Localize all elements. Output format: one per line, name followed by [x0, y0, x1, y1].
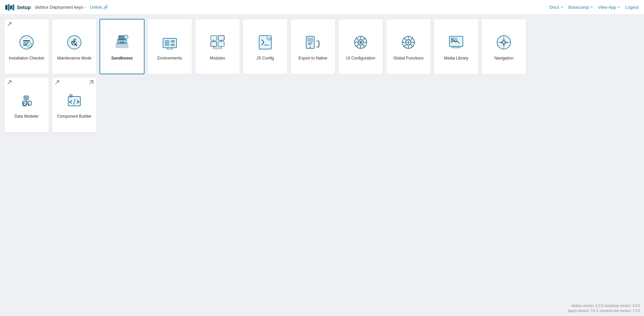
svg-rect-0 [5, 5, 7, 10]
logo-area: Setup [5, 4, 31, 11]
app-header: Setup divblox Deployment keys - Unlink 🔗… [0, 0, 644, 15]
corner-arrow-icon-component-builder [55, 80, 59, 85]
ui-configuration-label: UI Configuration [344, 56, 377, 61]
js-config-icon: JS [255, 32, 275, 52]
unlink-link[interactable]: Unlink 🔗 [90, 5, 108, 10]
svg-rect-18 [171, 44, 175, 46]
logout-button[interactable]: Logout [625, 5, 639, 10]
svg-text:JS: JS [268, 36, 272, 40]
footer-line1: divblox version: 4.2.0; bootstrap versio… [568, 303, 640, 308]
modules-icon [207, 32, 228, 52]
maintenance-mode-icon [64, 32, 84, 52]
media-library-icon [446, 32, 466, 52]
data-modeler-label: Data Modeler [12, 114, 41, 119]
media-library-label: Media Library [442, 56, 471, 61]
environments-label: Environments [155, 56, 184, 61]
svg-rect-19 [211, 36, 217, 40]
tile-component-builder[interactable]: Component Builder [52, 77, 97, 132]
svg-rect-16 [165, 40, 169, 46]
divblox-logo-icon [5, 4, 15, 11]
tile-modules[interactable]: Modules [195, 19, 240, 74]
svg-rect-21 [211, 42, 217, 46]
new-tab-icon-component-builder [89, 80, 94, 85]
svg-rect-42 [24, 96, 29, 100]
sandboxes-label: Sandboxes [109, 56, 135, 61]
js-config-label: JS Config [254, 56, 276, 61]
tile-media-library[interactable]: Media Library [434, 19, 479, 74]
basecamp-link[interactable]: Basecamp ↗ [568, 5, 593, 10]
export-to-native-icon [303, 32, 323, 52]
docs-link[interactable]: Docs ↗ [549, 5, 563, 10]
tile-installation-checker[interactable]: Installation Checker [4, 19, 49, 74]
svg-point-39 [502, 41, 505, 44]
main-content: Installation Checker Maintenance Mode [0, 15, 644, 136]
svg-rect-20 [218, 36, 224, 40]
svg-rect-17 [171, 40, 175, 43]
environments-icon [160, 32, 180, 52]
footer: divblox version: 4.2.0; bootstrap versio… [568, 303, 640, 313]
svg-rect-1 [8, 4, 10, 11]
setup-label: Setup [17, 4, 31, 10]
tile-export-to-native[interactable]: Export to Native [290, 19, 335, 74]
svg-rect-28 [307, 38, 313, 42]
installation-checker-icon [16, 32, 37, 52]
component-builder-icon [64, 90, 84, 111]
svg-rect-3 [12, 4, 14, 10]
tile-data-modeler[interactable]: Data Modeler [4, 77, 49, 132]
svg-point-37 [451, 38, 453, 40]
navigation-label: Navigation [492, 56, 516, 61]
tile-maintenance-mode[interactable]: Maintenance Mode [52, 19, 97, 74]
svg-rect-5 [23, 40, 30, 41]
installation-checker-label: Installation Checker [7, 56, 46, 61]
svg-rect-6 [23, 42, 28, 43]
tiles-grid-row2: Data Modeler Component Builder [4, 77, 640, 132]
svg-rect-22 [218, 42, 224, 46]
footer-line2: jquery version: 3.5.1; required php vers… [568, 308, 640, 313]
tile-sandboxes[interactable]: Sandboxes [99, 19, 145, 74]
global-functions-label: Global Functions [391, 56, 426, 61]
view-app-link[interactable]: View App ↗ [598, 5, 620, 10]
header-nav: Docs ↗ Basecamp ↗ View App ↗ Logout [549, 5, 639, 10]
sandboxes-icon [112, 32, 132, 52]
tile-environments[interactable]: Environments [147, 19, 192, 74]
ui-configuration-icon [351, 32, 371, 52]
tile-global-functions[interactable]: Global Functions [386, 19, 431, 74]
tile-ui-configuration[interactable]: UI Configuration [338, 19, 383, 74]
maintenance-mode-label: Maintenance Mode [55, 56, 93, 61]
tile-js-config[interactable]: JS JS Config [243, 19, 288, 74]
modules-label: Modules [208, 56, 227, 61]
corner-arrow-icon [7, 22, 12, 27]
svg-rect-23 [213, 47, 222, 49]
svg-point-32 [359, 41, 362, 44]
export-to-native-label: Export to Native [296, 56, 329, 61]
corner-arrow-icon-data-modeler [7, 80, 12, 85]
svg-point-29 [310, 46, 311, 48]
data-modeler-icon [16, 90, 37, 111]
tiles-grid: Installation Checker Maintenance Mode [4, 19, 640, 74]
tile-navigation[interactable]: Navigation [481, 19, 526, 74]
deployment-text: divblox Deployment keys - [35, 5, 86, 10]
component-builder-label: Component Builder [55, 114, 94, 119]
global-functions-icon [398, 32, 418, 52]
navigation-icon [494, 32, 514, 52]
svg-rect-2 [10, 5, 12, 9]
